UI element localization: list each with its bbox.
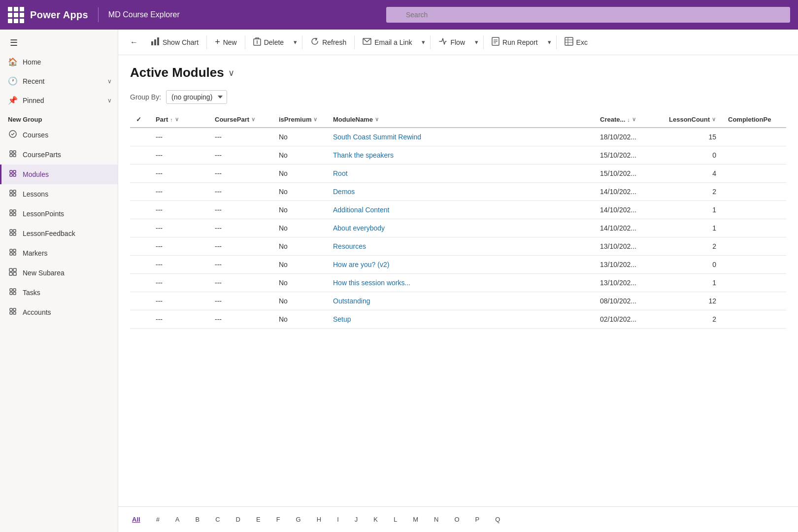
row-check[interactable] bbox=[130, 146, 150, 165]
groupby-select[interactable]: (no grouping) bbox=[166, 90, 227, 104]
row-modulename[interactable]: Additional Content bbox=[327, 201, 594, 219]
pagination-letter-m[interactable]: M bbox=[409, 514, 422, 525]
table-row[interactable]: --- --- No About everybody 14/10/202... … bbox=[130, 219, 786, 237]
row-modulename[interactable]: Thank the speakers bbox=[327, 146, 594, 165]
sidebar-item-tasks[interactable]: Tasks bbox=[0, 283, 118, 302]
filter-icon[interactable]: ∨ bbox=[313, 116, 317, 123]
table-row[interactable]: --- --- No Thank the speakers 15/10/202.… bbox=[130, 146, 786, 165]
email-dropdown-button[interactable]: ▾ bbox=[419, 35, 428, 49]
pagination-letter-k[interactable]: K bbox=[369, 514, 382, 525]
row-check[interactable] bbox=[130, 183, 150, 201]
row-check[interactable] bbox=[130, 256, 150, 274]
row-check[interactable] bbox=[130, 237, 150, 256]
flow-button[interactable]: Flow bbox=[432, 34, 471, 51]
row-modulename[interactable]: South Coast Summit Rewind bbox=[327, 128, 594, 146]
col-header-lessoncount[interactable]: LessonCount ∨ bbox=[663, 112, 722, 128]
row-check[interactable] bbox=[130, 274, 150, 292]
row-modulename[interactable]: Outstanding bbox=[327, 292, 594, 310]
app-instance-title: MD Course Explorer bbox=[108, 10, 180, 19]
pagination-letter-all[interactable]: All bbox=[128, 514, 144, 525]
pagination-letter-i[interactable]: I bbox=[333, 514, 343, 525]
row-check[interactable] bbox=[130, 292, 150, 310]
pagination-letter-c[interactable]: C bbox=[211, 514, 224, 525]
filter-icon[interactable]: ∨ bbox=[632, 116, 636, 123]
row-check[interactable] bbox=[130, 219, 150, 237]
col-header-modulename[interactable]: ModuleName ∨ bbox=[327, 112, 594, 128]
delete-button[interactable]: Delete bbox=[247, 34, 290, 51]
col-header-check[interactable]: ✓ bbox=[130, 112, 150, 128]
row-modulename[interactable]: How this session works... bbox=[327, 274, 594, 292]
row-check[interactable] bbox=[130, 165, 150, 183]
sidebar-item-lessonpoints[interactable]: LessonPoints bbox=[0, 204, 118, 224]
sidebar-item-lessonfeedback[interactable]: LessonFeedback bbox=[0, 224, 118, 243]
delete-dropdown-button[interactable]: ▾ bbox=[291, 35, 300, 49]
pagination-letter-f[interactable]: F bbox=[272, 514, 284, 525]
sidebar-item-newsubarea[interactable]: New Subarea bbox=[0, 263, 118, 283]
sidebar-item-home[interactable]: 🏠 Home bbox=[0, 52, 118, 71]
table-row[interactable]: --- --- No Resources 13/10/202... 2 bbox=[130, 237, 786, 256]
sidebar-item-modules[interactable]: Modules bbox=[0, 165, 118, 184]
row-modulename[interactable]: Demos bbox=[327, 183, 594, 201]
pagination-letter-q[interactable]: Q bbox=[491, 514, 504, 525]
show-chart-button[interactable]: Show Chart bbox=[145, 34, 204, 51]
sidebar-item-courses[interactable]: Courses bbox=[0, 125, 118, 145]
sidebar-item-accounts[interactable]: Accounts bbox=[0, 302, 118, 322]
row-modulename[interactable]: Root bbox=[327, 165, 594, 183]
back-button[interactable]: ← bbox=[124, 35, 144, 50]
sidebar-item-markers[interactable]: Markers bbox=[0, 243, 118, 263]
row-check[interactable] bbox=[130, 128, 150, 146]
row-completionpe bbox=[722, 165, 786, 183]
flow-dropdown-button[interactable]: ▾ bbox=[472, 35, 481, 49]
sidebar-item-pinned[interactable]: 📌 Pinned ∨ bbox=[0, 91, 118, 110]
sidebar-item-lessons[interactable]: Lessons bbox=[0, 184, 118, 204]
pagination-letter-j[interactable]: J bbox=[351, 514, 362, 525]
new-button[interactable]: + New bbox=[209, 34, 243, 50]
row-modulename[interactable]: Setup bbox=[327, 310, 594, 329]
table-row[interactable]: --- --- No Demos 14/10/202... 2 bbox=[130, 183, 786, 201]
sidebar-item-label: New Subarea bbox=[23, 269, 112, 277]
pagination-letter-h[interactable]: H bbox=[313, 514, 325, 525]
row-modulename[interactable]: About everybody bbox=[327, 219, 594, 237]
pagination-letter-#[interactable]: # bbox=[152, 514, 164, 525]
hamburger-icon[interactable]: ☰ bbox=[8, 36, 20, 50]
col-header-part[interactable]: Part ↑ ∨ bbox=[150, 112, 209, 128]
filter-icon[interactable]: ∨ bbox=[375, 116, 379, 123]
runreport-dropdown-button[interactable]: ▾ bbox=[545, 35, 554, 49]
page-title-chevron-icon[interactable]: ∨ bbox=[228, 67, 234, 78]
table-row[interactable]: --- --- No Outstanding 08/10/202... 12 bbox=[130, 292, 786, 310]
pagination-letter-o[interactable]: O bbox=[450, 514, 463, 525]
filter-icon[interactable]: ∨ bbox=[712, 116, 716, 123]
app-grid-icon[interactable] bbox=[8, 7, 24, 23]
filter-icon[interactable]: ∨ bbox=[251, 116, 255, 123]
table-row[interactable]: --- --- No South Coast Summit Rewind 18/… bbox=[130, 128, 786, 146]
sidebar-item-recent[interactable]: 🕐 Recent ∨ bbox=[0, 71, 118, 91]
row-modulename[interactable]: Resources bbox=[327, 237, 594, 256]
col-header-completionpe[interactable]: CompletionPe bbox=[722, 112, 786, 128]
table-row[interactable]: --- --- No How this session works... 13/… bbox=[130, 274, 786, 292]
pagination-letter-e[interactable]: E bbox=[252, 514, 265, 525]
run-report-button[interactable]: Run Report bbox=[486, 34, 544, 51]
pagination-letter-l[interactable]: L bbox=[390, 514, 401, 525]
col-header-coursepart[interactable]: CoursePart ∨ bbox=[209, 112, 273, 128]
col-header-created[interactable]: Create... ↓ ∨ bbox=[594, 112, 663, 128]
excel-button[interactable]: Exc bbox=[559, 34, 594, 51]
pagination-letter-p[interactable]: P bbox=[471, 514, 484, 525]
table-row[interactable]: --- --- No Setup 02/10/202... 2 bbox=[130, 310, 786, 329]
email-link-button[interactable]: Email a Link bbox=[357, 35, 418, 50]
col-header-ispremium[interactable]: isPremium ∨ bbox=[273, 112, 327, 128]
table-row[interactable]: --- --- No How are you? (v2) 13/10/202..… bbox=[130, 256, 786, 274]
table-row[interactable]: --- --- No Additional Content 14/10/202.… bbox=[130, 201, 786, 219]
pagination-letter-b[interactable]: B bbox=[192, 514, 204, 525]
refresh-button[interactable]: Refresh bbox=[304, 34, 352, 51]
search-input[interactable] bbox=[386, 7, 790, 23]
table-row[interactable]: --- --- No Root 15/10/202... 4 bbox=[130, 165, 786, 183]
row-check[interactable] bbox=[130, 310, 150, 329]
pagination-letter-n[interactable]: N bbox=[430, 514, 442, 525]
pagination-letter-g[interactable]: G bbox=[292, 514, 305, 525]
pagination-letter-a[interactable]: A bbox=[171, 514, 184, 525]
row-modulename[interactable]: How are you? (v2) bbox=[327, 256, 594, 274]
pagination-letter-d[interactable]: D bbox=[232, 514, 244, 525]
row-check[interactable] bbox=[130, 201, 150, 219]
sidebar-item-courseparts[interactable]: CourseParts bbox=[0, 145, 118, 165]
filter-icon[interactable]: ∨ bbox=[175, 116, 179, 123]
